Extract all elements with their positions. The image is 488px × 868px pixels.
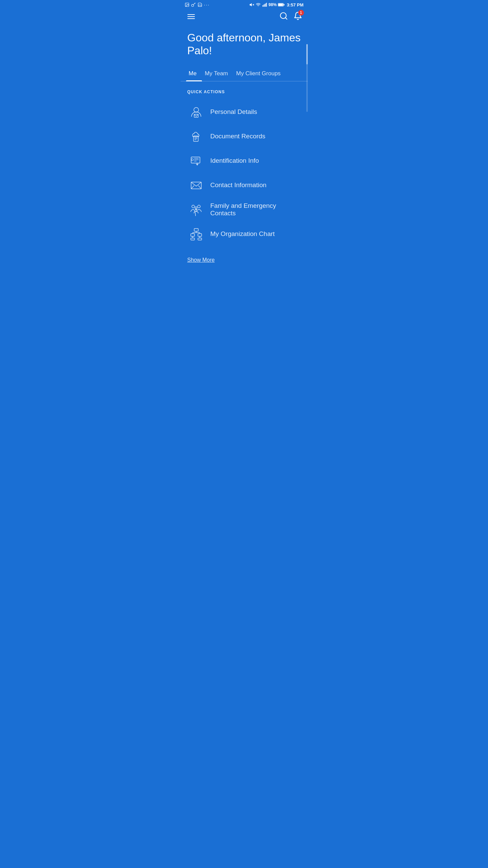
svg-point-1 [186, 4, 187, 4]
svg-point-33 [195, 207, 197, 209]
org-chart-icon [189, 226, 204, 241]
notifications-button[interactable]: 1 [293, 12, 302, 22]
action-label-family-emergency: Family and Emergency Contacts [210, 202, 300, 217]
more-dots: ··· [204, 2, 210, 7]
svg-rect-9 [265, 4, 266, 7]
svg-rect-35 [191, 234, 195, 236]
signal-icon [262, 2, 267, 7]
search-icon [279, 12, 288, 20]
svg-rect-22 [191, 157, 200, 163]
wifi-icon [256, 2, 261, 7]
svg-rect-12 [279, 3, 283, 6]
nav-right-actions: 1 [279, 12, 302, 22]
svg-line-15 [285, 18, 287, 19]
image-icon [185, 2, 189, 7]
key-icon [191, 2, 196, 7]
greeting-text: Good afternoon, James Palo! [187, 31, 301, 57]
action-item-document-records[interactable]: Document Records [186, 124, 302, 149]
quick-actions-label: QUICK ACTIONS [186, 90, 302, 94]
action-item-contact-information[interactable]: Contact Information [186, 173, 302, 197]
action-item-family-emergency[interactable]: Family and Emergency Contacts [186, 197, 302, 222]
svg-rect-38 [198, 238, 202, 240]
svg-line-29 [191, 185, 194, 189]
menu-button[interactable] [186, 13, 196, 20]
status-bar: ··· 98% 3:57 PM [181, 0, 308, 9]
action-label-document-records: Document Records [210, 133, 266, 140]
svg-point-16 [194, 107, 199, 112]
nav-bar: 1 [181, 9, 308, 26]
svg-point-26 [191, 159, 193, 161]
tab-my-team[interactable]: My Team [202, 67, 233, 81]
tab-my-client-groups[interactable]: My Client Groups [233, 67, 286, 81]
svg-rect-10 [266, 3, 267, 7]
envelope-icon [189, 178, 204, 193]
tabs-container: Me My Team My Client Groups [181, 67, 308, 81]
action-label-contact-information: Contact Information [210, 181, 267, 189]
svg-line-30 [198, 185, 201, 189]
svg-point-32 [198, 205, 200, 208]
svg-rect-36 [198, 234, 202, 236]
status-right-icons: 98% 3:57 PM [249, 2, 303, 7]
svg-rect-7 [263, 5, 263, 7]
svg-marker-3 [250, 3, 251, 6]
mute-icon [249, 2, 254, 7]
action-item-identification-info[interactable]: Identification Info [186, 149, 302, 173]
svg-rect-34 [194, 229, 198, 231]
family-icon [189, 202, 204, 217]
tab-me[interactable]: Me [186, 67, 202, 81]
show-more-button[interactable]: Show More [181, 246, 308, 270]
search-button[interactable] [279, 12, 288, 22]
action-label-identification-info: Identification Info [210, 157, 259, 164]
action-label-personal-details: Personal Details [210, 108, 257, 116]
time-display: 3:57 PM [287, 2, 303, 7]
svg-point-2 [191, 4, 194, 6]
document-icon [189, 129, 204, 144]
action-item-personal-details[interactable]: Personal Details [186, 100, 302, 124]
svg-rect-37 [191, 238, 195, 240]
notification-badge: 1 [298, 10, 304, 16]
id-icon [189, 153, 204, 168]
quick-actions-section: QUICK ACTIONS Personal Details [181, 81, 308, 246]
scrollbar-thumb[interactable] [306, 44, 308, 64]
scrollbar-track [306, 44, 308, 112]
svg-rect-13 [284, 4, 285, 5]
battery-percent: 98% [268, 2, 277, 7]
person-icon [189, 104, 204, 119]
greeting-section: Good afternoon, James Palo! [181, 26, 308, 67]
battery-icon [278, 3, 285, 7]
svg-rect-17 [194, 114, 198, 117]
save-icon [198, 2, 202, 7]
action-item-org-chart[interactable]: My Organization Chart [186, 222, 302, 246]
svg-point-31 [192, 205, 195, 208]
action-label-org-chart: My Organization Chart [210, 230, 275, 238]
svg-rect-8 [264, 4, 264, 7]
status-left-icons: ··· [185, 2, 210, 7]
